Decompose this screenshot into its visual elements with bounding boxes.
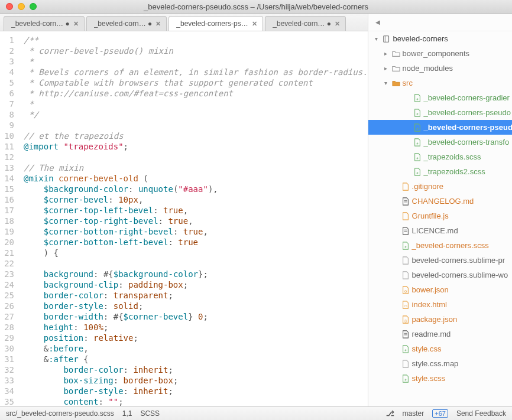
tree-label: readme.md (411, 330, 451, 338)
tree-label: .gitignore (411, 182, 443, 191)
svg-text:#: # (416, 171, 418, 175)
tree-label: CHANGELOG.md (411, 197, 474, 206)
caret-icon[interactable]: ▾ (381, 80, 391, 86)
line-number: 5 (0, 77, 14, 88)
svg-text:#: # (404, 378, 406, 382)
tree-item[interactable]: style.css.map (368, 356, 512, 371)
close-icon[interactable]: ✕ (252, 20, 257, 28)
line-number: 26 (0, 301, 14, 311)
tab-label: _beveled-corn… ● (94, 19, 153, 28)
css-icon: # (412, 152, 423, 162)
tree-item[interactable]: beveled-corners.sublime-pr (368, 253, 512, 268)
css-icon: # (412, 108, 423, 118)
tree-label: _trapezoids2.scss (423, 167, 485, 176)
tree-item[interactable]: readme.md (368, 327, 512, 341)
line-number: 11 (0, 141, 14, 152)
tree-item[interactable]: Gruntfile.js (368, 209, 512, 223)
line-number: 10 (0, 131, 14, 141)
minimize-icon[interactable] (18, 3, 25, 10)
tree-item[interactable]: #style.scss (368, 371, 512, 386)
tab-1[interactable]: _beveled-corn… ●✕ (86, 16, 167, 31)
md-icon (400, 226, 411, 236)
tree-label: LICENCE.md (411, 226, 458, 235)
caret-icon[interactable]: ▸ (381, 50, 391, 57)
tree-item[interactable]: {}bower.json (368, 282, 512, 297)
tree-label: style.scss (411, 374, 445, 383)
git-branch[interactable]: master (403, 409, 424, 418)
line-number: 6 (0, 88, 14, 99)
folder-open-icon (391, 79, 401, 88)
line-number: 13 (0, 162, 14, 173)
tree-item[interactable]: CHANGELOG.md (368, 194, 512, 209)
line-number: 8 (0, 109, 14, 120)
css-icon: # (412, 123, 423, 132)
tree-label: beveled-corners.sublime-pr (411, 256, 505, 265)
chevron-left-icon[interactable]: ◀ (373, 19, 383, 25)
line-number: 15 (0, 184, 14, 194)
line-number: 23 (0, 269, 14, 279)
chevron-down-icon[interactable]: ▾ (372, 35, 381, 42)
status-pos[interactable]: 1,1 (122, 409, 132, 418)
tab-3[interactable]: _beveled-corn… ●✕ (265, 16, 346, 31)
status-path[interactable]: src/_beveled-corners-pseudo.scss (6, 409, 114, 418)
css-icon: # (400, 374, 411, 383)
md-icon (400, 197, 411, 206)
tree-item[interactable]: #_beveled-corners-pseudo (368, 120, 512, 135)
maximize-icon[interactable] (30, 3, 37, 10)
tree-item[interactable]: #_beveled-corners-gradier (368, 90, 512, 105)
tree-label: beveled-corners.sublime-wo (411, 271, 508, 279)
git-diff-badge[interactable]: +67 (432, 409, 448, 418)
project-root[interactable]: ▾ beveled-corners (368, 31, 512, 46)
css-icon: # (400, 241, 411, 250)
tree-item[interactable]: ▸bower_components (368, 46, 512, 61)
close-icon[interactable]: ✕ (73, 20, 79, 28)
tab-2[interactable]: _beveled-corners-pseudo… ●✕ (168, 16, 263, 31)
close-icon[interactable] (6, 3, 13, 10)
css-icon: # (412, 167, 423, 177)
tree-item[interactable]: ▸node_modules (368, 61, 512, 76)
line-number: 21 (0, 248, 14, 258)
svg-text:#: # (404, 245, 406, 249)
sidebar: ◀ ▾ beveled-corners ▸bower_components▸no… (368, 14, 512, 406)
close-icon[interactable]: ✕ (335, 20, 340, 28)
tree-item[interactable]: .gitignore (368, 179, 512, 194)
line-number: 31 (0, 354, 14, 364)
caret-icon[interactable]: ▸ (381, 65, 391, 71)
tree-label: bower_components (401, 49, 469, 58)
tree-item[interactable]: #_trapezoids.scss (368, 149, 512, 164)
svg-text:#: # (416, 97, 418, 101)
line-number: 29 (0, 333, 14, 343)
tree-item[interactable]: ▾src (368, 76, 512, 90)
close-icon[interactable]: ✕ (155, 20, 161, 28)
folder-icon (391, 49, 401, 58)
tab-bar: _beveled-corn… ●✕_beveled-corn… ●✕_bevel… (0, 14, 368, 31)
status-lang[interactable]: SCSS (140, 409, 160, 418)
tree-item[interactable]: beveled-corners.sublime-wo (368, 268, 512, 282)
tree-item[interactable]: #_beveled-corners-pseudo (368, 105, 512, 120)
send-feedback[interactable]: Send Feedback (456, 409, 506, 418)
sidebar-toggle[interactable]: ◀ (368, 14, 512, 31)
line-number: 9 (0, 120, 14, 131)
tree-item[interactable]: {}package.json (368, 312, 512, 327)
tree-item[interactable]: <>index.html (368, 297, 512, 312)
git-branch-icon: ⎇ (386, 409, 394, 418)
tree-item[interactable]: #_beveled-corners-transfo (368, 135, 512, 149)
line-number: 18 (0, 216, 14, 226)
tree-item[interactable]: #_trapezoids2.scss (368, 164, 512, 179)
line-number: 4 (0, 67, 14, 77)
tree-label: _beveled-corners-pseudo (423, 108, 511, 117)
html-icon: <> (400, 300, 411, 310)
line-number: 16 (0, 194, 14, 205)
code-editor[interactable]: 1234567891011121314151617181920212223242… (0, 31, 368, 406)
svg-text:#: # (404, 349, 406, 352)
traffic-lights (0, 3, 37, 10)
tab-0[interactable]: _beveled-corn… ●✕ (4, 16, 85, 31)
tree-item[interactable]: #_beveled-corners.scss (368, 238, 512, 253)
code-content[interactable]: /** * corner-bevel-pseudo() mixin * * Be… (19, 31, 368, 406)
line-number: 19 (0, 226, 14, 237)
tree-item[interactable]: LICENCE.md (368, 223, 512, 238)
svg-rect-0 (383, 36, 388, 43)
titlebar: _beveled-corners-pseudo.scss – /Users/hi… (0, 0, 512, 14)
project-name: beveled-corners (392, 34, 448, 43)
tree-item[interactable]: #style.css (368, 341, 512, 356)
